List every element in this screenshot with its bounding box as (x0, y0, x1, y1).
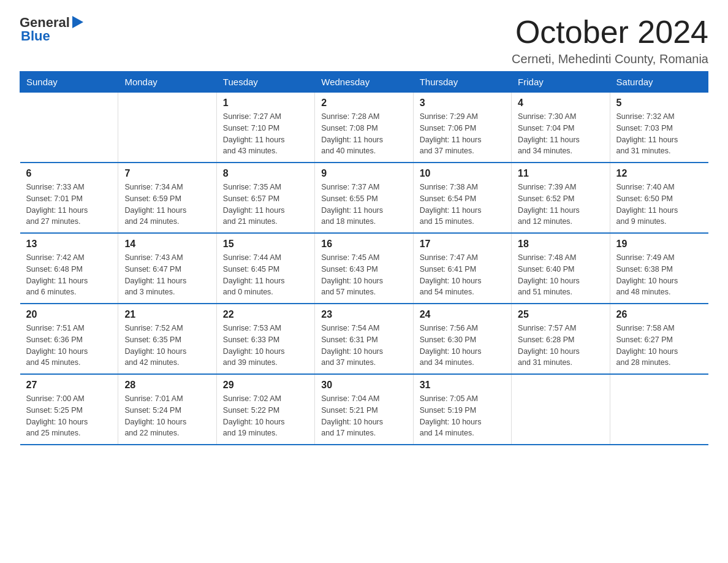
day-info: Sunrise: 7:01 AM Sunset: 5:24 PM Dayligh… (124, 393, 210, 439)
table-row: 15Sunrise: 7:44 AM Sunset: 6:45 PM Dayli… (216, 233, 314, 304)
table-row: 20Sunrise: 7:51 AM Sunset: 6:36 PM Dayli… (20, 304, 118, 374)
day-number: 20 (26, 309, 112, 320)
table-row: 22Sunrise: 7:53 AM Sunset: 6:33 PM Dayli… (216, 304, 314, 374)
table-row: 19Sunrise: 7:49 AM Sunset: 6:38 PM Dayli… (610, 233, 708, 304)
table-row: 31Sunrise: 7:05 AM Sunset: 5:19 PM Dayli… (413, 374, 511, 445)
table-row: 3Sunrise: 7:29 AM Sunset: 7:06 PM Daylig… (413, 93, 511, 163)
day-number: 4 (518, 98, 603, 109)
day-info: Sunrise: 7:38 AM Sunset: 6:54 PM Dayligh… (420, 182, 505, 228)
day-info: Sunrise: 7:04 AM Sunset: 5:21 PM Dayligh… (321, 393, 406, 439)
location: Cerneti, Mehedinti County, Romania (512, 52, 708, 66)
day-info: Sunrise: 7:27 AM Sunset: 7:10 PM Dayligh… (223, 111, 308, 157)
day-number: 11 (518, 168, 603, 179)
day-number: 26 (616, 309, 702, 320)
day-info: Sunrise: 7:53 AM Sunset: 6:33 PM Dayligh… (223, 323, 308, 369)
day-info: Sunrise: 7:44 AM Sunset: 6:45 PM Dayligh… (223, 252, 308, 298)
day-number: 28 (124, 380, 210, 391)
table-row (610, 374, 708, 445)
day-info: Sunrise: 7:45 AM Sunset: 6:43 PM Dayligh… (321, 252, 406, 298)
logo-text-blue: Blue (21, 28, 50, 44)
day-info: Sunrise: 7:34 AM Sunset: 6:59 PM Dayligh… (124, 182, 210, 228)
table-row: 6Sunrise: 7:33 AM Sunset: 7:01 PM Daylig… (20, 163, 118, 233)
day-number: 24 (420, 309, 505, 320)
day-number: 19 (616, 239, 702, 250)
table-row: 26Sunrise: 7:58 AM Sunset: 6:27 PM Dayli… (610, 304, 708, 374)
table-row: 23Sunrise: 7:54 AM Sunset: 6:31 PM Dayli… (315, 304, 413, 374)
day-number: 6 (26, 168, 112, 179)
table-row: 17Sunrise: 7:47 AM Sunset: 6:41 PM Dayli… (413, 233, 511, 304)
table-row: 5Sunrise: 7:32 AM Sunset: 7:03 PM Daylig… (610, 93, 708, 163)
day-number: 31 (420, 380, 505, 391)
logo: General Blue (20, 15, 83, 44)
table-row: 25Sunrise: 7:57 AM Sunset: 6:28 PM Dayli… (512, 304, 610, 374)
calendar-header-row: Sunday Monday Tuesday Wednesday Thursday… (20, 72, 708, 93)
table-row: 11Sunrise: 7:39 AM Sunset: 6:52 PM Dayli… (512, 163, 610, 233)
day-info: Sunrise: 7:48 AM Sunset: 6:40 PM Dayligh… (518, 252, 603, 298)
table-row: 1Sunrise: 7:27 AM Sunset: 7:10 PM Daylig… (216, 93, 314, 163)
table-row: 16Sunrise: 7:45 AM Sunset: 6:43 PM Dayli… (315, 233, 413, 304)
day-info: Sunrise: 7:51 AM Sunset: 6:36 PM Dayligh… (26, 323, 112, 369)
table-row: 21Sunrise: 7:52 AM Sunset: 6:35 PM Dayli… (118, 304, 216, 374)
day-number: 12 (616, 168, 702, 179)
day-number: 15 (223, 239, 308, 250)
day-number: 7 (124, 168, 210, 179)
logo-arrow-icon (72, 16, 83, 28)
day-info: Sunrise: 7:49 AM Sunset: 6:38 PM Dayligh… (616, 252, 702, 298)
day-info: Sunrise: 7:00 AM Sunset: 5:25 PM Dayligh… (26, 393, 112, 439)
calendar-table: Sunday Monday Tuesday Wednesday Thursday… (20, 71, 708, 445)
title-section: October 2024 Cerneti, Mehedinti County, … (512, 15, 708, 66)
day-info: Sunrise: 7:05 AM Sunset: 5:19 PM Dayligh… (420, 393, 505, 439)
day-info: Sunrise: 7:37 AM Sunset: 6:55 PM Dayligh… (321, 182, 406, 228)
day-number: 8 (223, 168, 308, 179)
table-row (118, 93, 216, 163)
col-wednesday: Wednesday (315, 72, 413, 93)
day-number: 3 (420, 98, 505, 109)
col-sunday: Sunday (20, 72, 118, 93)
table-row: 28Sunrise: 7:01 AM Sunset: 5:24 PM Dayli… (118, 374, 216, 445)
table-row: 2Sunrise: 7:28 AM Sunset: 7:08 PM Daylig… (315, 93, 413, 163)
day-info: Sunrise: 7:43 AM Sunset: 6:47 PM Dayligh… (124, 252, 210, 298)
table-row: 13Sunrise: 7:42 AM Sunset: 6:48 PM Dayli… (20, 233, 118, 304)
day-number: 21 (124, 309, 210, 320)
day-number: 5 (616, 98, 702, 109)
day-number: 27 (26, 380, 112, 391)
table-row: 10Sunrise: 7:38 AM Sunset: 6:54 PM Dayli… (413, 163, 511, 233)
table-row: 27Sunrise: 7:00 AM Sunset: 5:25 PM Dayli… (20, 374, 118, 445)
day-number: 17 (420, 239, 505, 250)
day-number: 2 (321, 98, 406, 109)
day-number: 30 (321, 380, 406, 391)
col-thursday: Thursday (413, 72, 511, 93)
day-number: 9 (321, 168, 406, 179)
day-number: 18 (518, 239, 603, 250)
day-number: 10 (420, 168, 505, 179)
calendar-week-row: 13Sunrise: 7:42 AM Sunset: 6:48 PM Dayli… (20, 233, 708, 304)
table-row: 12Sunrise: 7:40 AM Sunset: 6:50 PM Dayli… (610, 163, 708, 233)
table-row: 8Sunrise: 7:35 AM Sunset: 6:57 PM Daylig… (216, 163, 314, 233)
day-number: 29 (223, 380, 308, 391)
calendar-week-row: 27Sunrise: 7:00 AM Sunset: 5:25 PM Dayli… (20, 374, 708, 445)
day-info: Sunrise: 7:33 AM Sunset: 7:01 PM Dayligh… (26, 182, 112, 228)
day-number: 25 (518, 309, 603, 320)
day-info: Sunrise: 7:56 AM Sunset: 6:30 PM Dayligh… (420, 323, 505, 369)
day-info: Sunrise: 7:52 AM Sunset: 6:35 PM Dayligh… (124, 323, 210, 369)
day-info: Sunrise: 7:42 AM Sunset: 6:48 PM Dayligh… (26, 252, 112, 298)
col-monday: Monday (118, 72, 216, 93)
day-info: Sunrise: 7:58 AM Sunset: 6:27 PM Dayligh… (616, 323, 702, 369)
table-row: 24Sunrise: 7:56 AM Sunset: 6:30 PM Dayli… (413, 304, 511, 374)
day-info: Sunrise: 7:29 AM Sunset: 7:06 PM Dayligh… (420, 111, 505, 157)
calendar-week-row: 1Sunrise: 7:27 AM Sunset: 7:10 PM Daylig… (20, 93, 708, 163)
page-header: General Blue October 2024 Cerneti, Mehed… (20, 15, 708, 66)
calendar-week-row: 20Sunrise: 7:51 AM Sunset: 6:36 PM Dayli… (20, 304, 708, 374)
table-row: 4Sunrise: 7:30 AM Sunset: 7:04 PM Daylig… (512, 93, 610, 163)
table-row: 7Sunrise: 7:34 AM Sunset: 6:59 PM Daylig… (118, 163, 216, 233)
svg-marker-0 (72, 16, 83, 28)
day-number: 22 (223, 309, 308, 320)
day-info: Sunrise: 7:35 AM Sunset: 6:57 PM Dayligh… (223, 182, 308, 228)
day-info: Sunrise: 7:40 AM Sunset: 6:50 PM Dayligh… (616, 182, 702, 228)
day-number: 13 (26, 239, 112, 250)
table-row: 30Sunrise: 7:04 AM Sunset: 5:21 PM Dayli… (315, 374, 413, 445)
day-info: Sunrise: 7:32 AM Sunset: 7:03 PM Dayligh… (616, 111, 702, 157)
table-row (20, 93, 118, 163)
day-info: Sunrise: 7:54 AM Sunset: 6:31 PM Dayligh… (321, 323, 406, 369)
day-info: Sunrise: 7:39 AM Sunset: 6:52 PM Dayligh… (518, 182, 603, 228)
